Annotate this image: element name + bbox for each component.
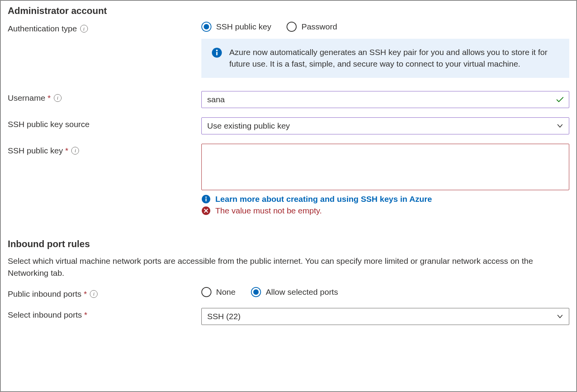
label-username: Username * i <box>8 91 201 103</box>
check-icon <box>555 95 565 104</box>
ssh-key-learn-link-row: Learn more about creating and using SSH … <box>201 194 569 204</box>
radio-ssh-public-key[interactable]: SSH public key <box>201 22 271 32</box>
section-heading-admin: Administrator account <box>8 5 569 16</box>
key-source-select[interactable]: Use existing public key <box>201 117 569 134</box>
svg-point-2 <box>216 50 218 51</box>
required-star: * <box>84 289 87 298</box>
radio-label: SSH public key <box>216 22 271 31</box>
row-username: Username * i <box>8 91 569 108</box>
field-ssh-key: Learn more about creating and using SSH … <box>201 144 569 215</box>
label-text: SSH public key source <box>8 120 89 129</box>
radio-checked-icon <box>201 22 211 32</box>
form-frame: Administrator account Authentication typ… <box>0 0 577 392</box>
radio-checked-icon <box>251 287 261 297</box>
label-key-source: SSH public key source <box>8 117 201 129</box>
radio-none[interactable]: None <box>201 287 235 297</box>
radio-label: Allow selected ports <box>266 287 338 297</box>
row-auth-type: Authentication type i SSH public key Pas… <box>8 22 569 78</box>
ssh-key-textarea[interactable] <box>201 144 569 190</box>
info-icon[interactable]: i <box>71 147 79 155</box>
radio-label: Password <box>301 22 337 31</box>
label-text-inner: SSH public key <box>8 146 63 155</box>
field-select-inbound-ports: SSH (22) <box>201 308 569 325</box>
radio-group-inbound: None Allow selected ports <box>201 287 569 297</box>
info-filled-icon <box>211 47 222 58</box>
svg-rect-1 <box>216 52 217 55</box>
required-star: * <box>65 146 68 155</box>
username-input[interactable] <box>201 91 569 108</box>
info-icon[interactable]: i <box>54 94 62 102</box>
label-select-inbound-ports: Select inbound ports * <box>8 308 201 320</box>
field-username <box>201 91 569 108</box>
section-heading-inbound: Inbound port rules <box>8 239 569 249</box>
row-public-inbound-ports: Public inbound ports * i None Allow sele… <box>8 287 569 299</box>
label-text: Authentication type <box>8 24 77 33</box>
inbound-ports-select[interactable]: SSH (22) <box>201 308 569 325</box>
label-text-inner: Username <box>8 93 45 102</box>
label-text-inner: Select inbound ports <box>8 310 82 319</box>
row-key-source: SSH public key source Use existing publi… <box>8 117 569 134</box>
error-icon <box>201 206 211 215</box>
svg-rect-4 <box>206 198 207 201</box>
radio-group-auth: SSH public key Password <box>201 22 569 32</box>
required-star: * <box>48 93 51 102</box>
label-public-inbound-ports: Public inbound ports * i <box>8 287 201 299</box>
radio-allow-selected-ports[interactable]: Allow selected ports <box>251 287 338 297</box>
label-auth-type: Authentication type i <box>8 22 201 33</box>
row-ssh-key: SSH public key * i Learn more about crea… <box>8 144 569 215</box>
radio-unchecked-icon <box>201 287 211 297</box>
info-icon[interactable]: i <box>90 290 98 298</box>
ssh-key-error-text: The value must not be empty. <box>215 206 322 215</box>
select-value: SSH (22) <box>207 312 240 321</box>
svg-point-5 <box>205 196 206 198</box>
ssh-key-learn-link[interactable]: Learn more about creating and using SSH … <box>215 194 432 204</box>
field-public-inbound-ports: None Allow selected ports <box>201 287 569 297</box>
required-star: * <box>84 310 87 319</box>
radio-unchecked-icon <box>287 22 297 32</box>
field-key-source: Use existing public key <box>201 117 569 134</box>
inbound-description: Select which virtual machine network por… <box>8 255 569 279</box>
info-callout: Azure now automatically generates an SSH… <box>201 39 569 78</box>
callout-text: Azure now automatically generates an SSH… <box>229 46 559 70</box>
label-text: Username * <box>8 93 51 103</box>
row-select-inbound-ports: Select inbound ports * SSH (22) <box>8 308 569 325</box>
ssh-key-error-row: The value must not be empty. <box>201 206 569 215</box>
label-text: Select inbound ports * <box>8 310 88 320</box>
radio-password[interactable]: Password <box>287 22 337 32</box>
radio-label: None <box>216 287 235 297</box>
label-text-inner: Public inbound ports <box>8 289 81 298</box>
select-value: Use existing public key <box>207 121 290 131</box>
field-auth-type: SSH public key Password Azure now automa… <box>201 22 569 78</box>
label-text: SSH public key * <box>8 146 68 155</box>
label-ssh-key: SSH public key * i <box>8 144 201 155</box>
info-filled-icon <box>201 194 211 204</box>
info-icon[interactable]: i <box>80 25 88 33</box>
label-text: Public inbound ports * <box>8 289 87 299</box>
